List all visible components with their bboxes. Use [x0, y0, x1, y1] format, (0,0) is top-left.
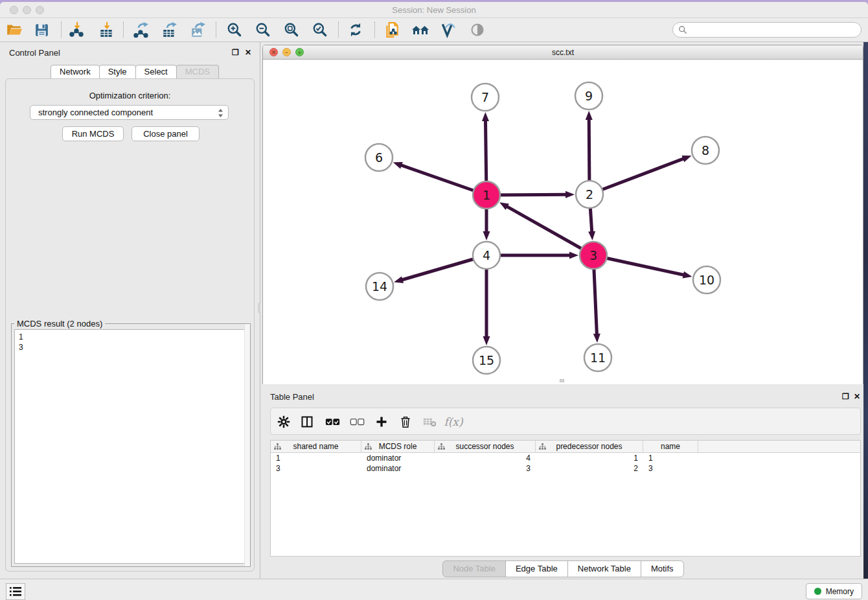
zoom-fit-button[interactable] [282, 20, 301, 40]
mcds-result-text[interactable]: 1 3 [14, 329, 247, 564]
graph-node-15[interactable]: 15 [473, 347, 500, 374]
export-network-icon [133, 21, 150, 38]
graph-edge-arrowhead [569, 252, 578, 259]
export-image-button[interactable] [188, 20, 208, 40]
table-cell[interactable]: 3 [643, 463, 698, 474]
select-all-button[interactable] [323, 412, 342, 432]
table-cell[interactable]: 1 [643, 453, 698, 463]
close-panel-icon[interactable]: ✕ [245, 48, 251, 57]
optimization-select-value: strongly connected component [38, 108, 153, 117]
column-header-successor-nodes[interactable]: successor nodes [435, 441, 536, 452]
tab-style[interactable]: Style [99, 65, 136, 79]
home-browser-button[interactable] [411, 20, 430, 40]
table-row[interactable]: 3dominator323 [271, 463, 860, 474]
columns-icon [301, 415, 314, 428]
column-header-shared-name[interactable]: shared name [271, 441, 361, 452]
function-builder-button[interactable]: f(x) [444, 412, 463, 432]
network-window-title: scc.txt [263, 48, 863, 57]
table-row[interactable]: 1dominator411 [271, 453, 860, 463]
show-columns-button[interactable] [297, 412, 317, 432]
delete-table-button[interactable] [420, 412, 439, 432]
control-panel: Control Panel ❐ ✕ NetworkStyleSelectMCDS… [0, 42, 260, 579]
graph-node-9[interactable]: 9 [575, 82, 602, 110]
add-column-button[interactable] [372, 412, 391, 432]
table-close-icon[interactable]: ✕ [854, 392, 860, 401]
deselect-all-button[interactable] [347, 412, 367, 432]
tab-network[interactable]: Network [51, 65, 100, 79]
table-cell[interactable]: dominator [361, 463, 435, 474]
import-table-icon [98, 21, 115, 38]
delete-column-button[interactable] [396, 412, 415, 432]
tab-edge-table[interactable]: Edge Table [505, 560, 568, 577]
table-cell[interactable]: 4 [435, 453, 536, 463]
memory-button[interactable]: Memory [806, 583, 862, 599]
graph-node-8[interactable]: 8 [692, 137, 719, 164]
table-settings-button[interactable] [274, 412, 293, 432]
graph-node-14[interactable]: 14 [366, 273, 393, 300]
open-folder-icon [6, 21, 23, 38]
network-from-file-button[interactable] [382, 20, 402, 40]
graph-node-6[interactable]: 6 [365, 144, 393, 171]
graph-edge-arrowhead [593, 334, 600, 343]
float-panel-icon[interactable]: ❐ [232, 48, 239, 57]
open-button[interactable] [5, 20, 24, 40]
tab-node-table[interactable]: Node Table [442, 560, 506, 577]
tab-motifs[interactable]: Motifs [641, 560, 684, 577]
table-cell[interactable]: dominator [361, 453, 435, 463]
export-table-button[interactable] [160, 20, 179, 40]
table-cell[interactable]: 1 [271, 453, 361, 463]
column-header-MCDS-role[interactable]: MCDS role [361, 441, 435, 452]
graph-node-2[interactable]: 2 [576, 181, 603, 208]
save-button[interactable] [32, 20, 51, 40]
refresh-button[interactable] [346, 20, 365, 40]
tab-mcds[interactable]: MCDS [176, 65, 219, 79]
table-cell[interactable]: 3 [435, 463, 536, 474]
graph-node-10[interactable]: 10 [693, 266, 720, 294]
graph-node-11[interactable]: 11 [584, 344, 611, 371]
svg-text:14: 14 [372, 279, 387, 294]
zoom-in-button[interactable] [225, 20, 244, 40]
graph-node-3[interactable]: 3 [580, 242, 607, 269]
graph-edge-3-1[interactable] [506, 206, 593, 255]
optimization-select[interactable]: strongly connected component [30, 105, 229, 120]
search-box[interactable] [672, 22, 862, 38]
graph-node-4[interactable]: 4 [473, 242, 500, 269]
column-header-predecessor-nodes[interactable]: predecessor nodes [536, 441, 643, 452]
table-panel: Table Panel ❐ ✕ [262, 387, 863, 579]
zoom-selected-button[interactable] [310, 20, 330, 40]
table-cell[interactable]: 3 [271, 463, 361, 474]
column-header-name[interactable]: name [643, 441, 698, 452]
task-history-button[interactable] [6, 583, 25, 600]
search-input[interactable] [687, 23, 861, 36]
vizmapper-button[interactable] [439, 20, 458, 40]
control-panel-tabs: NetworkStyleSelectMCDS [51, 65, 218, 79]
plus-icon [375, 415, 388, 428]
network-graph[interactable]: 7968124314101511 [263, 60, 863, 384]
table-cell[interactable]: 1 [536, 453, 643, 463]
hide-graphics-button[interactable] [468, 20, 487, 40]
export-network-button[interactable] [131, 20, 151, 40]
zoom-out-button[interactable] [253, 20, 273, 40]
result-scrollbar[interactable] [244, 324, 250, 566]
import-network-button[interactable] [67, 20, 86, 40]
close-panel-button[interactable]: Close panel [131, 126, 200, 141]
graph-edge-2-8[interactable] [589, 158, 685, 194]
canvas-resize-handle[interactable] [560, 379, 564, 382]
table-float-icon[interactable]: ❐ [842, 392, 849, 401]
table-cell[interactable]: 2 [536, 463, 643, 474]
graph-edge-arrowhead [482, 112, 489, 121]
graph-node-7[interactable]: 7 [472, 84, 499, 111]
import-table-button[interactable] [97, 20, 116, 40]
toolbar-separator [216, 22, 216, 38]
svg-text:11: 11 [590, 351, 606, 365]
status-bar: Memory [0, 579, 868, 600]
tab-select[interactable]: Select [135, 65, 177, 79]
graph-node-1[interactable]: 1 [473, 181, 500, 209]
tab-network-table[interactable]: Network Table [567, 560, 641, 577]
table-panel-title: Table Panel [270, 392, 314, 402]
graph-edge-arrowhead [683, 271, 692, 279]
run-mcds-button[interactable]: Run MCDS [62, 126, 124, 141]
network-window-titlebar[interactable]: ✕ − ＋ scc.txt [263, 45, 863, 60]
panel-splitter-handle[interactable] [258, 303, 260, 313]
app-body: Control Panel ❐ ✕ NetworkStyleSelectMCDS… [0, 42, 868, 579]
